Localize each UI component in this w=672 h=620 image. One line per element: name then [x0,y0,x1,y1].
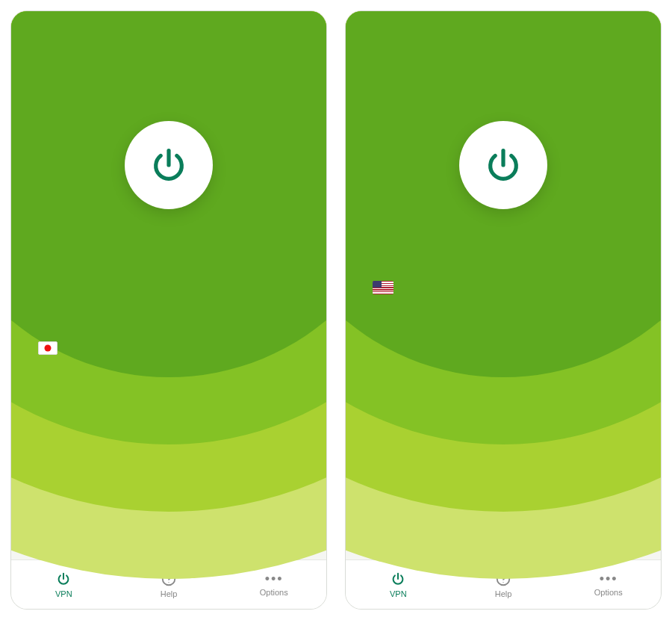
clock-icon [287,399,301,412]
current-location-label: Current Location [68,335,269,345]
day-label: T [592,436,597,444]
day-label: W [579,436,585,444]
tab-options-label: Options [594,588,623,597]
day-label: F [604,436,609,444]
clock-icon [622,338,635,351]
current-location-name: USA - New Jersey - 1 [404,286,603,301]
time-protected-value: 0% this week [373,416,544,430]
power-icon [55,571,72,587]
flag-usa-icon [373,281,393,294]
hero [11,11,326,168]
current-location-card[interactable]: Current Location USA - New Jersey - 1 ••… [359,264,647,311]
time-protected-sub: (<1 minute) [373,430,544,444]
bolt-icon [473,338,487,351]
ip-address: 98.142.241.186 [559,488,634,500]
week-chart: M T W T F S S [555,402,634,444]
recent-location-name: UK - London [185,405,281,419]
tab-help-label: Help [161,589,178,598]
content-right: Current Location USA - New Jersey - 1 ••… [346,244,661,559]
tab-vpn[interactable]: VPN [346,560,451,609]
time-protected-label: Time Protected [373,403,544,413]
day-label: M [556,436,561,444]
tip-link[interactable]: Find out [38,539,299,551]
tab-bar: VPN Help ••• Options [346,559,661,609]
bolt-icon [139,399,152,412]
ip-country: USA [559,474,634,486]
smart-location-card[interactable]: Smart Location UK - Midlands [359,320,499,369]
recent-location-name: Kenya [520,344,616,359]
current-location-card[interactable]: Current Location Japan - Tokyo ••• [25,324,313,372]
recent-location-label: Recent Location [185,391,281,402]
status-label: Connected [11,223,326,244]
status-label: Connected [346,223,661,244]
day-label: T [568,436,573,444]
help-icon [161,571,177,587]
tab-options-label: Options [260,588,288,597]
ip-location-label: IP Location [373,466,548,477]
smart-location-name: UK - Midlands [371,344,467,359]
ip-location-desc: Apps and websites see this VPN [373,480,500,508]
current-location-label: Current Location [404,274,603,285]
svg-point-2 [168,582,169,583]
tab-help[interactable]: Help [116,560,222,609]
power-icon [484,146,523,185]
smart-location-label: Smart Location [37,391,133,402]
time-protected-section[interactable]: Time Protected 0% this week (<1 minute) … [359,391,647,456]
tip-question: What are the differences between HTTP an… [38,522,299,534]
dots-icon: ••• [265,572,283,586]
power-button[interactable] [459,121,547,209]
tab-vpn-label: VPN [390,589,407,598]
help-icon [495,571,511,587]
content-left: Current Location Japan - Tokyo ••• Smart… [11,244,326,559]
drag-handle-icon[interactable] [488,384,518,387]
dots-icon: ••• [600,572,617,586]
recent-location-label: Recent Location [520,331,616,341]
smart-location-name: UK - East London [37,405,133,419]
current-location-name: Japan - Tokyo [68,347,269,362]
tab-vpn-label: VPN [55,589,72,598]
ip-location-section[interactable]: IP Location Apps and websites see this V… [359,456,647,518]
more-icon[interactable]: ••• [279,340,299,357]
tip-panel: What are the differences between HTTP an… [25,509,313,559]
tab-bar: VPN Help ••• Options [11,559,326,609]
tab-vpn[interactable]: VPN [11,560,116,609]
power-icon [149,146,188,185]
tab-help[interactable]: Help [451,560,556,609]
power-icon [390,571,406,587]
tab-options[interactable]: ••• Options [221,560,326,609]
day-label: S [616,436,621,444]
info-card: Time Protected 0% this week (<1 minute) … [359,378,647,518]
tab-help-label: Help [495,589,512,598]
flag-japan-icon [38,341,57,355]
phone-right: Connected Current Location USA - New Jer… [345,10,662,610]
more-icon[interactable]: ••• [614,279,634,297]
smart-location-card[interactable]: Smart Location UK - East London [25,381,164,430]
smart-location-label: Smart Location [371,331,467,341]
tab-options[interactable]: ••• Options [556,560,661,609]
power-button[interactable] [125,121,213,209]
day-label: S [628,436,633,444]
hero [346,11,661,168]
phone-left: Connected Current Location Japan - Tokyo… [10,10,327,610]
recent-location-card[interactable]: Recent Location UK - London [173,381,313,430]
svg-point-5 [503,582,503,583]
recent-location-card[interactable]: Recent Location Kenya [508,320,647,369]
